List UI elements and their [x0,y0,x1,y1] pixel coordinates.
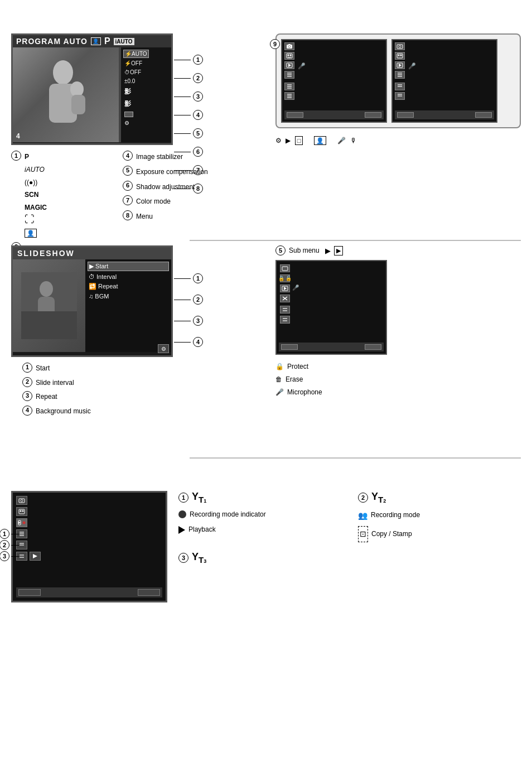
sub-menu-screen: 🔒 🔓 🎤 [275,260,387,355]
menu-item-shadow1: 影 [123,86,132,97]
icon-setting3 [284,92,294,100]
slide-callout-nums: 1 2 3 4 [174,273,203,347]
magic-label: MAGIC [25,204,47,211]
panorama-icon: ⛶ [25,214,35,225]
bot-icon-camera [16,496,27,505]
yt2-rec-icon: 👥 [358,509,367,523]
yt1-rec-label: Recording mode indicator [190,509,266,521]
slide-label-repeat: Repeat [36,391,57,403]
section-divider-2 [190,457,521,459]
num-3: 3 [193,91,203,102]
icon-setting1 [284,71,294,79]
yt1-desc: Recording mode indicator Playback [178,509,341,536]
face-detect-icon2: 👤 [314,136,326,145]
btn-b-right [475,112,492,118]
slideshow-body: ▶ Start ⏱ Interval 🔁 Repeat ♫ BGM ⚙ [13,259,171,352]
mini-screen-b: 🎤 [391,39,497,123]
photo-area: 4 [13,47,119,142]
yt3-header: 3 YT3 [178,551,521,565]
svg-rect-6 [288,44,291,45]
num-1: 1 [193,55,203,65]
play-tri2 [178,526,185,534]
screen-b-icons: 🎤 [395,42,405,100]
section-divider-1 [190,240,521,241]
svg-point-0 [53,60,73,85]
yt2-rec-label: Recording mode [371,509,420,522]
mini-screen-a: 🎤 [281,39,387,123]
svg-marker-63 [33,554,37,558]
sub-icon-play [280,285,290,292]
slideshow-menu: ▶ Start ⏱ Interval 🔁 Repeat ♫ BGM [85,259,171,352]
mic-sym: 🎤 [337,137,346,144]
svg-point-22 [399,46,401,48]
sub-icon-s1 [280,306,290,314]
mic-icon-b: 🎤 [408,62,416,70]
mic-icon-a: 🎤 [298,62,306,70]
svg-marker-54 [18,522,21,524]
yt-two-col: 1 YT1 Recording mode indicator Playback [178,491,521,542]
expcomp-label: Exposure compensation [136,166,208,179]
slide-photo [21,272,77,339]
yt1-row: 1 [16,529,41,538]
screen-icon: □ [295,136,303,145]
callout-bot-1: 1 [0,529,19,539]
screens-group: 🎤 [275,33,521,128]
icon-playback [284,61,294,69]
ann-circle-9: 9 [270,39,280,49]
screen-header: PROGRAM AUTO 👤 P iAUTO [13,35,171,47]
yt1-play-row: Playback [178,524,341,536]
slideshow-screen: SLIDESHOW ▶ Start ⏱ Interval 🔁 Repeat ♫ … [11,245,173,357]
slide-menu-interval: ⏱ Interval [88,273,169,281]
callout-2: 2 [174,73,203,83]
yt2-col: 2 YT2 👥 Recording mode ⊡ Copy / Stamp [358,491,521,542]
svg-point-49 [21,500,23,502]
callout-3: 3 [174,91,203,102]
bot-icon-play [30,552,41,561]
sub-icon-protect: 🔒 🔓 [280,274,290,282]
protect-label: Protect [287,360,308,373]
icon-setting2 [284,83,294,90]
slide-circle-4: 4 [22,406,32,416]
ann-circle-1: 1 [11,151,21,161]
svg-point-24 [398,55,400,56]
ann-circle-4: 4 [123,151,133,161]
slide-circle-3: 3 [22,391,32,401]
ann-circle-7: 7 [123,195,133,205]
menu-item-shadow2: 影 [123,99,132,109]
btn-b-left [397,112,414,118]
shadow-label: Shadow adjustment [136,181,195,194]
slide-num-4: 4 [193,337,203,347]
svg-point-8 [288,55,289,56]
svg-rect-3 [71,95,85,114]
iauto-label: iAUTO [25,166,45,173]
face-detect-icon: 👤 [91,37,101,45]
sub-icon-erase [280,295,290,302]
bot-icon-record [16,518,27,527]
screen-body: 4 ⚡AUTO ⚡OFF ⏱OFF ±0.0 影 [13,47,171,142]
ann-num-4: 4 Image stabilizer [123,151,208,163]
slide-callout-1: 1 [174,273,203,283]
footer-btn-l [18,589,41,596]
shake-label: ((●)) [25,179,37,186]
yt2-copy-row: ⊡ Copy / Stamp [358,526,521,542]
ann-circle-8: 8 [123,210,133,220]
slideshow-settings: ⚙ [158,344,169,353]
screen-a-icons: 🎤 [284,42,294,100]
sub-icon-s2 [280,316,290,324]
color-label: Color mode [136,195,171,208]
num-5: 5 [193,128,203,138]
sub-mic: 🎤 [292,285,299,291]
ann-circle-6: 6 [123,181,133,191]
protect-labels: 🔒 Protect 🗑 Erase 🎤 Microphone [275,360,521,398]
slide-circle5-row: 5 Sub menu ▶ ▶ [275,245,521,255]
ann-num-5: 5 Exposure compensation [123,166,208,179]
slide-circle-5: 5 [275,245,286,255]
icon-b-face [395,52,405,60]
icon-b-setting1 [395,71,405,79]
menu-item-flash-off: ⚡OFF [123,60,143,67]
sub-menu-icon: ⚙ [275,137,282,144]
bot-num-3: 3 [0,551,9,561]
yt3-row: 3 [16,552,41,561]
svg-rect-38 [21,311,77,339]
svg-rect-21 [397,45,403,49]
